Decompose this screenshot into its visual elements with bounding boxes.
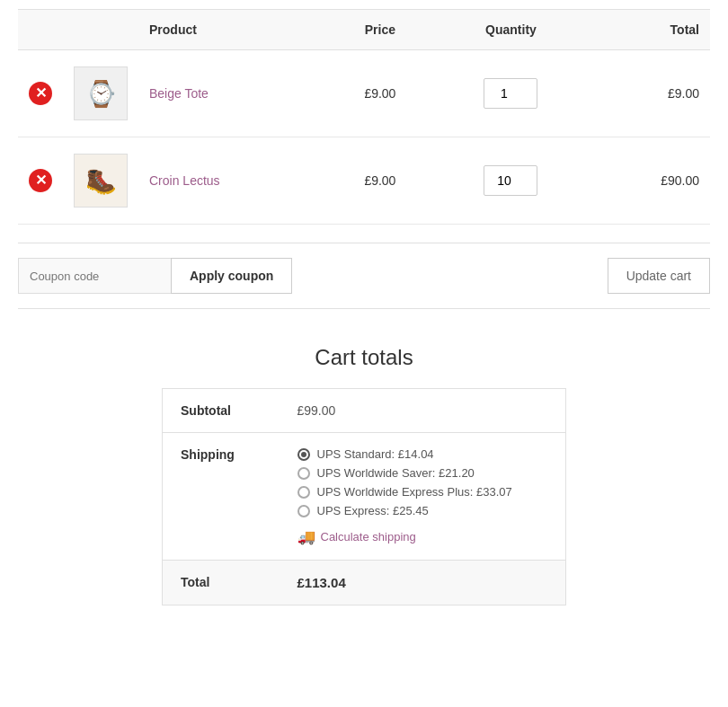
- shipping-option[interactable]: UPS Standard: £14.04: [297, 447, 548, 461]
- coupon-row: Apply coupon Update cart: [18, 243, 710, 309]
- apply-coupon-button[interactable]: Apply coupon: [171, 258, 292, 294]
- truck-icon: 🚚: [297, 528, 315, 545]
- table-row: ✕ ⌚ Beige Tote £9.00 £9.00: [18, 50, 710, 137]
- shipping-option[interactable]: UPS Worldwide Express Plus: £33.07: [297, 485, 548, 499]
- product-total: £90.00: [588, 137, 710, 225]
- shipping-option-label: UPS Worldwide Saver: £21.20: [317, 466, 475, 480]
- cart-wrapper: Product Price Quantity Total ✕ ⌚ Beige T…: [0, 0, 728, 632]
- shipping-option-label: UPS Express: £25.45: [317, 504, 429, 517]
- shipping-option-label: UPS Standard: £14.04: [317, 447, 434, 461]
- col-total-header: Total: [588, 10, 710, 50]
- product-total: £9.00: [588, 50, 710, 137]
- col-product-header: Product: [138, 10, 326, 50]
- quantity-input[interactable]: [484, 165, 537, 196]
- product-price: £9.00: [326, 137, 434, 225]
- radio-icon[interactable]: [297, 448, 310, 461]
- remove-item-button[interactable]: ✕: [29, 82, 52, 105]
- cart-table: Product Price Quantity Total ✕ ⌚ Beige T…: [18, 9, 710, 225]
- subtotal-row: Subtotal £99.00: [163, 389, 566, 433]
- radio-icon[interactable]: [297, 467, 310, 480]
- shipping-option[interactable]: UPS Express: £25.45: [297, 504, 548, 517]
- product-price: £9.00: [326, 50, 434, 137]
- update-cart-button[interactable]: Update cart: [608, 258, 710, 294]
- quantity-input[interactable]: [484, 78, 537, 109]
- product-link[interactable]: Croin Lectus: [149, 173, 220, 188]
- product-image: ⌚: [74, 66, 128, 120]
- shipping-options-cell: UPS Standard: £14.04 UPS Worldwide Saver…: [280, 433, 566, 561]
- col-quantity-header: Quantity: [434, 10, 588, 50]
- table-row: ✕ 🥾 Croin Lectus £9.00 £90.00: [18, 137, 710, 225]
- total-value: £113.04: [280, 561, 566, 605]
- total-label: Total: [163, 561, 280, 605]
- col-image-header: [63, 10, 138, 50]
- subtotal-label: Subtotal: [163, 389, 280, 433]
- total-row: Total £113.04: [163, 561, 566, 605]
- remove-item-button[interactable]: ✕: [29, 169, 52, 192]
- totals-table: Subtotal £99.00 Shipping UPS Standard: £…: [162, 388, 566, 605]
- subtotal-value: £99.00: [280, 389, 566, 433]
- product-link[interactable]: Beige Tote: [149, 86, 209, 101]
- radio-icon[interactable]: [297, 505, 310, 517]
- radio-icon[interactable]: [297, 486, 310, 499]
- col-remove-header: [18, 10, 63, 50]
- cart-totals-title: Cart totals: [162, 345, 566, 370]
- shipping-option-label: UPS Worldwide Express Plus: £33.07: [317, 485, 512, 499]
- cart-totals-section: Cart totals Subtotal £99.00 Shipping UPS…: [162, 345, 566, 605]
- col-price-header: Price: [326, 10, 434, 50]
- shipping-option[interactable]: UPS Worldwide Saver: £21.20: [297, 466, 548, 480]
- calculate-shipping-link[interactable]: 🚚 Calculate shipping: [297, 528, 548, 545]
- shipping-label: Shipping: [163, 433, 280, 561]
- coupon-left: Apply coupon: [18, 258, 292, 294]
- product-image: 🥾: [74, 154, 128, 208]
- shipping-options-list: UPS Standard: £14.04 UPS Worldwide Saver…: [297, 447, 548, 517]
- shipping-row: Shipping UPS Standard: £14.04 UPS Worldw…: [163, 433, 566, 561]
- coupon-input[interactable]: [18, 258, 171, 294]
- calculate-shipping-text: Calculate shipping: [321, 530, 416, 544]
